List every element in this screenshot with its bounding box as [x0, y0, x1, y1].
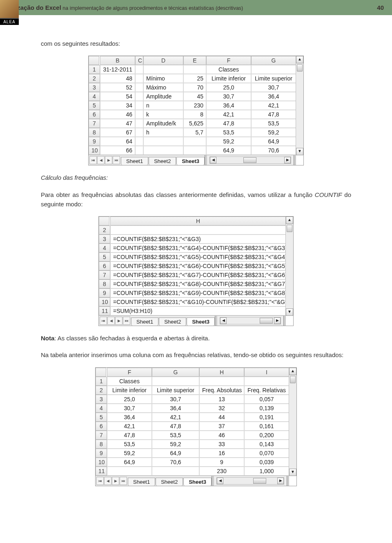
cell[interactable]: =COUNTIF($B$2:$B$231;"<"&G8)-COUNTIF($B$… — [110, 279, 286, 288]
cell[interactable] — [152, 377, 199, 386]
cell[interactable]: 30,7 — [251, 83, 296, 92]
cell[interactable]: 64,9 — [107, 458, 152, 467]
tab-nav-prev-icon[interactable]: ◀ — [104, 477, 111, 485]
row-header[interactable]: 2 — [96, 386, 107, 395]
scroll-left-icon[interactable]: ◀ — [220, 317, 227, 324]
cell[interactable]: 0,200 — [244, 431, 289, 440]
cell[interactable]: 53,5 — [152, 431, 199, 440]
cell[interactable]: k — [143, 110, 183, 119]
cell[interactable]: 36,4 — [206, 101, 251, 110]
scroll-down-icon[interactable]: ▼ — [289, 469, 296, 476]
cell[interactable]: 0,039 — [244, 458, 289, 467]
cell[interactable]: 44 — [199, 413, 244, 422]
cell[interactable]: Freq. Relativas — [244, 386, 289, 395]
cell[interactable] — [135, 92, 143, 101]
cell[interactable]: 36,4 — [152, 404, 199, 413]
row-header[interactable]: 4 — [96, 404, 107, 413]
cell[interactable] — [135, 110, 143, 119]
tab-nav-prev-icon[interactable]: ◀ — [107, 317, 115, 325]
hscroll-split-handle[interactable] — [294, 155, 296, 165]
cell[interactable]: 34 — [100, 101, 135, 110]
tab-nav-prev-icon[interactable]: ◀ — [97, 156, 105, 164]
column-header[interactable]: H — [110, 217, 286, 226]
cell[interactable]: 47 — [100, 119, 135, 128]
cell[interactable] — [135, 83, 143, 92]
tab-nav-first-icon[interactable]: ⏮ — [100, 317, 107, 325]
cell[interactable]: 42,1 — [251, 101, 296, 110]
row-header[interactable]: 9 — [96, 449, 107, 458]
cell[interactable]: 0,139 — [244, 404, 289, 413]
sheet-tab-2[interactable]: Sheet2 — [159, 317, 186, 326]
scroll-right-icon[interactable]: ▶ — [277, 478, 284, 484]
cell[interactable] — [110, 226, 286, 235]
column-header[interactable]: I — [244, 368, 289, 377]
row-header[interactable]: 3 — [99, 235, 110, 244]
cell[interactable] — [152, 467, 199, 476]
cell[interactable] — [135, 128, 143, 137]
hscroll-thumb[interactable] — [253, 478, 266, 484]
cell[interactable]: 42,1 — [152, 413, 199, 422]
cell[interactable]: n — [143, 101, 183, 110]
column-header[interactable]: G — [251, 56, 296, 65]
cell[interactable]: 45 — [183, 92, 206, 101]
cell[interactable]: =COUNTIF($B$2:$B$231;"<"&G7)-COUNTIF($B$… — [110, 270, 286, 279]
hscroll-split-handle[interactable] — [287, 476, 289, 486]
scroll-up-icon[interactable]: ▲ — [286, 217, 293, 224]
row-header[interactable]: 1 — [89, 65, 100, 74]
row-header[interactable]: 5 — [99, 253, 110, 261]
cell[interactable]: Classes — [107, 377, 152, 386]
column-header[interactable]: F — [107, 368, 152, 377]
row-header[interactable]: 10 — [89, 146, 100, 155]
cell[interactable]: 47,8 — [107, 431, 152, 440]
cell[interactable]: 70,6 — [251, 146, 296, 155]
sheet-tab-1[interactable]: Sheet1 — [131, 317, 158, 326]
row-header[interactable]: 8 — [89, 128, 100, 137]
scroll-left-icon[interactable]: ◀ — [210, 157, 216, 163]
row-header[interactable]: 1 — [96, 377, 107, 386]
cell[interactable]: 32 — [199, 404, 244, 413]
row-header[interactable]: 11 — [99, 306, 110, 315]
cell[interactable]: 52 — [100, 83, 135, 92]
horizontal-scrollbar[interactable]: ◀ ▶ — [220, 317, 281, 324]
tab-nav-next-icon[interactable]: ▶ — [112, 477, 119, 485]
cell[interactable]: 64,9 — [251, 137, 296, 146]
column-header[interactable]: H — [199, 368, 244, 377]
sheet-tab-3[interactable]: Sheet3 — [183, 478, 212, 486]
cell[interactable]: =COUNTIF($B$2:$B$231;"<"&G10)-COUNTIF($B… — [110, 297, 286, 306]
cell[interactable]: 230 — [199, 467, 244, 476]
cell[interactable]: 59,2 — [107, 449, 152, 458]
tab-nav-next-icon[interactable]: ▶ — [115, 317, 122, 325]
row-header[interactable]: 3 — [89, 83, 100, 92]
cell[interactable]: 25 — [183, 74, 206, 83]
cell[interactable]: =COUNTIF($B$2:$B$231;"<"&G3) — [110, 235, 286, 244]
cell[interactable] — [251, 65, 296, 74]
cell[interactable]: 70 — [183, 83, 206, 92]
cell[interactable]: Limite superior — [152, 386, 199, 395]
cell[interactable]: 46 — [199, 431, 244, 440]
cell[interactable] — [135, 74, 143, 83]
cell[interactable]: 13 — [199, 395, 244, 404]
cell[interactable] — [143, 137, 183, 146]
cell[interactable]: 31-12-2011 — [100, 65, 135, 74]
cell[interactable]: 9 — [199, 458, 244, 467]
cell[interactable]: 0,161 — [244, 422, 289, 431]
cell[interactable]: 70,6 — [152, 458, 199, 467]
cell[interactable] — [135, 65, 143, 74]
cell[interactable]: 5,625 — [183, 119, 206, 128]
row-header[interactable]: 11 — [96, 467, 107, 476]
cell[interactable]: 30,7 — [107, 404, 152, 413]
cell[interactable] — [143, 65, 183, 74]
row-header[interactable]: 9 — [99, 288, 110, 297]
cell[interactable]: 25,0 — [206, 83, 251, 92]
tab-nav-first-icon[interactable]: ⏮ — [96, 477, 104, 485]
scroll-down-icon[interactable]: ▼ — [296, 148, 303, 155]
cell[interactable]: 36,4 — [251, 92, 296, 101]
cell[interactable]: 36,4 — [107, 413, 152, 422]
sheet-tab-2[interactable]: Sheet2 — [149, 157, 176, 165]
scroll-thumb[interactable] — [297, 64, 303, 72]
cell[interactable] — [135, 137, 143, 146]
row-header[interactable]: 4 — [99, 244, 110, 253]
sheet-tab-1[interactable]: Sheet1 — [128, 478, 155, 486]
cell[interactable]: 46 — [100, 110, 135, 119]
cell[interactable]: 1,000 — [244, 467, 289, 476]
